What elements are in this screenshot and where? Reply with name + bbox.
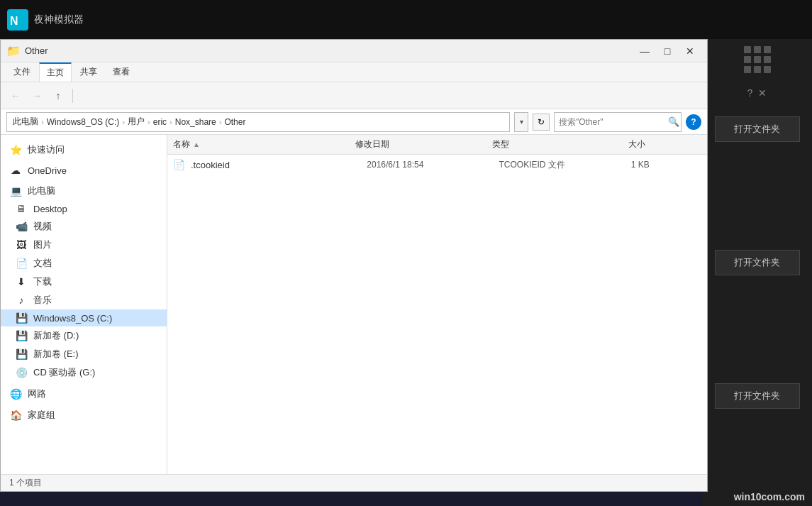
- cd-icon: 💿: [15, 367, 28, 378]
- panel-close-icon[interactable]: ✕: [758, 87, 767, 99]
- path-other[interactable]: Other: [224, 117, 245, 127]
- col-header-date[interactable]: 修改日期: [355, 138, 492, 150]
- refresh-button[interactable]: ↻: [533, 114, 550, 131]
- sidebar-item-onedrive[interactable]: ☁ OneDrive: [1, 162, 167, 179]
- quick-access-label: 快速访问: [28, 143, 65, 156]
- sidebar-item-desktop[interactable]: 🖥 Desktop: [1, 200, 167, 217]
- close-button[interactable]: ✕: [679, 41, 701, 61]
- sidebar-item-network[interactable]: 🌐 网路: [1, 385, 167, 403]
- drive-c-icon: 💾: [15, 312, 28, 324]
- status-bar: 1 个项目: [1, 474, 707, 491]
- sep-4: ›: [169, 118, 172, 126]
- file-date: 2016/6/1 18:54: [367, 160, 499, 170]
- table-row[interactable]: 📄 .tcookieid 2016/6/1 18:54 TCOOKIEID 文件…: [167, 155, 707, 175]
- homegroup-icon: 🏠: [9, 409, 22, 421]
- sort-arrow: ▲: [193, 141, 200, 148]
- open-folder-btn-3[interactable]: 打开文件夹: [715, 383, 800, 409]
- drive-e-icon: 💾: [15, 348, 28, 360]
- search-icon[interactable]: 🔍: [668, 116, 679, 127]
- search-box: 🔍: [554, 112, 682, 132]
- sidebar-item-windows-c[interactable]: 💾 Windows8_OS (C:): [1, 309, 167, 326]
- sidebar-item-document[interactable]: 📄 文档: [1, 254, 167, 273]
- file-name: .tcookieid: [191, 160, 367, 170]
- document-icon: 📄: [15, 258, 28, 269]
- tab-view[interactable]: 查看: [106, 63, 137, 81]
- sidebar: ⭐ 快速访问 ☁ OneDrive 💻 此电脑 🖥 Desktop: [1, 135, 167, 474]
- tab-file[interactable]: 文件: [6, 63, 38, 81]
- cd-g-label: CD 驱动器 (G:): [33, 366, 95, 379]
- address-path-container[interactable]: 此电脑 › Windows8_OS (C:) › 用户 › eric › Nox…: [6, 112, 510, 132]
- sidebar-item-drive-e[interactable]: 💾 新加卷 (E:): [1, 345, 167, 363]
- picture-label: 图片: [33, 238, 52, 251]
- sidebar-item-picture[interactable]: 🖼 图片: [1, 236, 167, 254]
- picture-icon: 🖼: [15, 239, 28, 251]
- tab-share[interactable]: 共享: [73, 63, 104, 81]
- open-folder-btn-2[interactable]: 打开文件夹: [715, 250, 800, 275]
- open-folder-btn-1[interactable]: 打开文件夹: [715, 116, 800, 142]
- address-bar: 此电脑 › Windows8_OS (C:) › 用户 › eric › Nox…: [1, 109, 707, 135]
- dot-3: [764, 46, 771, 53]
- network-label: 网路: [28, 387, 46, 400]
- dot-5: [754, 56, 761, 63]
- address-dropdown-btn[interactable]: ▾: [514, 112, 528, 132]
- sidebar-section-onedrive: ☁ OneDrive: [1, 162, 167, 179]
- sidebar-item-homegroup[interactable]: 🏠 家庭组: [1, 406, 167, 424]
- download-label: 下载: [33, 275, 52, 288]
- maximize-button[interactable]: □: [656, 41, 679, 61]
- sidebar-item-music[interactable]: ♪ 音乐: [1, 291, 167, 309]
- path-users[interactable]: 用户: [128, 116, 145, 128]
- back-button[interactable]: ←: [6, 87, 25, 105]
- sidebar-item-this-pc[interactable]: 💻 此电脑: [1, 182, 167, 200]
- sidebar-section-homegroup: 🏠 家庭组: [1, 406, 167, 424]
- sidebar-item-quick-access[interactable]: ⭐ 快速访问: [1, 141, 167, 159]
- desktop-label: Desktop: [33, 204, 67, 214]
- cloud-icon: ☁: [9, 165, 22, 176]
- column-header: 名称 ▲ 修改日期 类型 大小: [167, 135, 707, 155]
- file-type: TCOOKIEID 文件: [499, 159, 630, 171]
- dot-1: [744, 46, 751, 53]
- navigation-toolbar: ← → ↑: [1, 82, 707, 109]
- window-title: Other: [25, 45, 48, 56]
- path-drive[interactable]: Windows8_OS (C:): [47, 117, 120, 127]
- homegroup-label: 家庭组: [28, 409, 55, 422]
- col-header-type[interactable]: 类型: [492, 138, 629, 150]
- path-noxshare[interactable]: Nox_share: [175, 117, 216, 127]
- desktop-icon: 🖥: [15, 203, 28, 214]
- windows-c-label: Windows8_OS (C:): [33, 313, 112, 324]
- path-pc[interactable]: 此电脑: [13, 116, 38, 128]
- sep-2: ›: [122, 118, 125, 126]
- this-pc-label: 此电脑: [28, 185, 55, 197]
- network-icon: 🌐: [9, 388, 22, 400]
- file-size: 1 KB: [631, 160, 701, 170]
- file-area: 名称 ▲ 修改日期 类型 大小 📄 .tcookieid 2016/6/1 18…: [167, 135, 707, 474]
- up-button[interactable]: ↑: [49, 87, 67, 105]
- sidebar-item-video[interactable]: 📹 视频: [1, 217, 167, 236]
- search-input[interactable]: [559, 117, 665, 127]
- toolbar-separator: [72, 89, 73, 103]
- sidebar-section-network: 🌐 网路: [1, 385, 167, 403]
- path-eric[interactable]: eric: [153, 117, 167, 127]
- svg-text:N: N: [10, 15, 18, 27]
- minimize-button[interactable]: —: [633, 41, 656, 61]
- forward-button[interactable]: →: [28, 87, 46, 105]
- dot-6: [764, 56, 771, 63]
- col-header-name[interactable]: 名称 ▲: [173, 138, 355, 150]
- panel-top-controls: ? ✕: [747, 87, 767, 99]
- nox-titlebar: N 夜神模拟器: [0, 0, 812, 39]
- panel-dots-grid: [744, 46, 771, 73]
- music-icon: ♪: [15, 295, 28, 306]
- sidebar-item-download[interactable]: ⬇ 下载: [1, 273, 167, 291]
- sidebar-item-cd-g[interactable]: 💿 CD 驱动器 (G:): [1, 363, 167, 382]
- sidebar-section-quick: ⭐ 快速访问: [1, 141, 167, 159]
- col-header-size[interactable]: 大小: [628, 138, 701, 150]
- video-label: 视频: [33, 220, 52, 233]
- panel-question-icon[interactable]: ?: [747, 87, 753, 99]
- sidebar-item-drive-d[interactable]: 💾 新加卷 (D:): [1, 326, 167, 345]
- tab-home[interactable]: 主页: [39, 62, 72, 82]
- folder-icon: 📁: [6, 44, 21, 57]
- dot-9: [764, 66, 771, 73]
- drive-e-label: 新加卷 (E:): [33, 348, 79, 361]
- item-count: 1 个项目: [9, 477, 42, 489]
- star-icon: ⭐: [9, 144, 22, 155]
- help-button[interactable]: ?: [686, 114, 701, 130]
